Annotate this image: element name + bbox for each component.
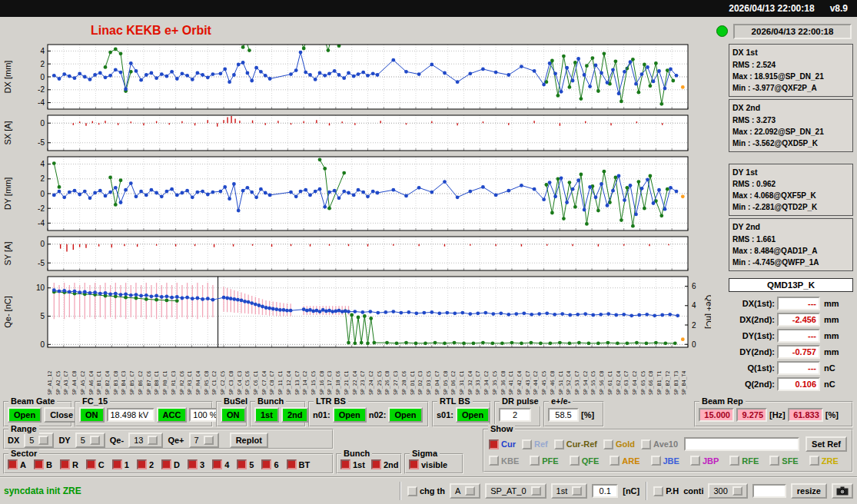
sector-b-checkbox[interactable]: B: [34, 459, 52, 469]
show-cur-checkbox[interactable]: Cur: [489, 439, 516, 449]
sector-3-checkbox[interactable]: 3: [188, 459, 204, 469]
sector-a-checkbox[interactable]: A: [8, 459, 26, 469]
resize-button[interactable]: resize: [791, 483, 827, 499]
threshold-field[interactable]: [592, 484, 618, 498]
ltr-n02-open-button[interactable]: Open: [388, 407, 422, 423]
monitor-dropdown[interactable]: SP_AT_0: [485, 483, 546, 499]
monitor-name-label: SP_C2_C5: [221, 350, 226, 395]
beam-status-indicator-icon: [716, 25, 728, 37]
snapshot-button[interactable]: [832, 483, 853, 499]
separator: [646, 482, 647, 500]
sector-2-checkbox[interactable]: 2: [137, 459, 154, 469]
conti-checkbox[interactable]: conti: [683, 486, 703, 496]
bunch-1st-button[interactable]: 1st: [254, 407, 279, 423]
sector-6-checkbox[interactable]: 6: [261, 459, 278, 469]
beam-rep-percent-field[interactable]: [788, 408, 823, 422]
chg-th-checkbox[interactable]: chg th: [407, 486, 445, 496]
stats-box-title: DX 1st: [732, 47, 849, 59]
show-gold-checkbox[interactable]: Gold: [603, 439, 635, 449]
bunch-2nd-button[interactable]: 2nd: [281, 407, 309, 423]
monitor-value-row: DY(1st):---mm: [729, 327, 853, 343]
range-dy-dropdown[interactable]: 5: [75, 433, 105, 448]
replot-button[interactable]: Replot: [230, 433, 268, 448]
navg-dropdown[interactable]: 300: [708, 483, 747, 499]
show-pfe-checkbox[interactable]: PFE: [530, 456, 558, 466]
monitor-value-label: Q(1st):: [729, 363, 775, 373]
monitor-name-label: SP_11_C1: [278, 350, 284, 395]
dr-pulse-field[interactable]: [499, 408, 531, 422]
bunch-1st-checkbox[interactable]: 1st: [340, 459, 365, 469]
stats-box-dy-1st: DY 1stRMS : 0.962Max : 4.068@QXF5P_KMin …: [729, 164, 853, 217]
show-zre-checkbox[interactable]: ZRE: [809, 456, 839, 466]
range-qep-dropdown[interactable]: 7: [189, 433, 219, 448]
monitor-name-label: SP_R1_C3: [171, 350, 177, 395]
window-titlebar: 2026/04/13 22:00:18 v8.9: [0, 0, 857, 17]
range-qem-dropdown[interactable]: 13: [128, 433, 163, 448]
dropdown-indicator-icon: [148, 436, 158, 445]
bunch-check-group: Bunch 1st2nd: [336, 453, 402, 474]
bunch-dropdown[interactable]: 1st: [551, 483, 588, 499]
rtl-s01-open-button[interactable]: Open: [456, 407, 490, 423]
monitor-value-label: DY(2nd):: [729, 347, 775, 356]
range-dx-dropdown[interactable]: 5: [24, 433, 54, 448]
monitor-name-label: SP_C5_C6: [245, 350, 251, 395]
set-ref-entry[interactable]: [684, 437, 799, 451]
sigma-visible-checkbox[interactable]: visible: [409, 459, 447, 469]
show-group: Show CurRefCur-RefGoldAve10 Set Ref KBEP…: [483, 429, 853, 472]
monitor-name-label: SP_28_C6: [402, 350, 407, 395]
sector-c-checkbox[interactable]: C: [86, 459, 105, 469]
stats-line: Min : -2.281@QTD2P_K: [732, 201, 849, 213]
beam-gate-group-label: Beam Gate: [8, 396, 57, 406]
range-dy-label: DY: [58, 436, 70, 445]
ep-em-ratio-field[interactable]: [548, 408, 579, 422]
beam-gate-open-button[interactable]: Open: [8, 407, 42, 423]
selected-monitor-panel: QMD13P_K DX(1st):---mmDX(2nd):-2.456mmDY…: [729, 278, 853, 392]
beam-rep-rate-field[interactable]: [699, 408, 734, 422]
checkbox-label: 3: [200, 460, 204, 469]
monitor-name-label: SP_A2_C5: [56, 350, 61, 395]
sigma-group-label: Sigma: [410, 449, 440, 459]
sector-5-checkbox[interactable]: 5: [237, 459, 254, 469]
sector-4-checkbox[interactable]: 4: [212, 459, 229, 469]
sector-1-checkbox[interactable]: 1: [112, 459, 129, 469]
show-sfe-checkbox[interactable]: SFE: [769, 456, 798, 466]
show-jbp-checkbox[interactable]: JBP: [690, 456, 719, 466]
fc15-acc-button[interactable]: ACC: [157, 407, 188, 423]
sector-d-checkbox[interactable]: D: [161, 459, 180, 469]
show-ave10-checkbox[interactable]: Ave10: [641, 439, 678, 449]
show-qfe-checkbox[interactable]: QFE: [570, 456, 600, 466]
show-rfe-checkbox[interactable]: RFE: [729, 456, 759, 466]
beam-rep-percent-unit: [%]: [825, 410, 839, 419]
fc15-kv-field[interactable]: [107, 408, 154, 422]
beam-rep-hz-field[interactable]: [736, 408, 767, 422]
checkbox-label: 4: [224, 460, 229, 469]
checkbox-label: SFE: [782, 456, 798, 466]
monitor-name-label: SP_56_C8: [600, 350, 605, 395]
selected-monitor-name[interactable]: QMD13P_K: [729, 278, 853, 292]
show-are-checkbox[interactable]: ARE: [610, 456, 639, 466]
checkbox-square-icon: [161, 459, 171, 469]
busel-on-button[interactable]: ON: [221, 407, 246, 423]
sector-r-checkbox[interactable]: R: [60, 459, 78, 469]
ph-checkbox[interactable]: P.H: [653, 486, 679, 496]
checkbox-label: D: [174, 460, 180, 469]
sector-bt-checkbox[interactable]: BT: [287, 459, 311, 469]
checkbox-square-icon: [809, 456, 819, 466]
fc15-on-button[interactable]: ON: [79, 407, 105, 423]
ltr-n01-label: n01:: [313, 410, 331, 419]
checkbox-square-icon: [769, 456, 779, 466]
rtl-s01-label: s01:: [437, 410, 453, 419]
dropdown-indicator-icon: [465, 486, 475, 496]
mode-dropdown[interactable]: A: [450, 483, 480, 499]
page-title: Linac KEKB e+ Orbit: [91, 24, 211, 38]
show-ref-checkbox[interactable]: Ref: [522, 439, 548, 449]
set-ref-button[interactable]: Set Ref: [806, 436, 847, 452]
show-curref-checkbox[interactable]: Cur-Ref: [554, 439, 597, 449]
bunch-2nd-checkbox[interactable]: 2nd: [371, 459, 399, 469]
checkbox-label: Ave10: [653, 439, 678, 449]
show-jbe-checkbox[interactable]: JBE: [651, 456, 679, 466]
rtl-bs-group-label: RTL BS: [437, 396, 473, 406]
show-kbe-checkbox[interactable]: KBE: [489, 456, 519, 466]
ltr-n01-open-button[interactable]: Open: [333, 407, 367, 423]
extra-field[interactable]: [752, 484, 786, 498]
